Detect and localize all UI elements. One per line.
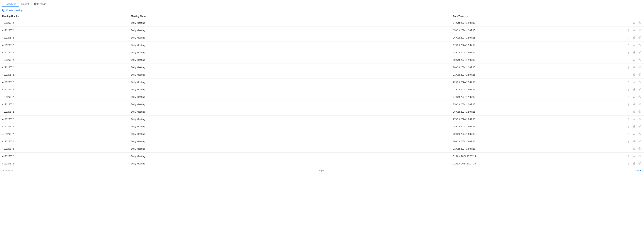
- more-options-icon[interactable]: ⋮: [626, 80, 631, 84]
- more-options-icon[interactable]: ⋮: [626, 95, 631, 99]
- edit-icon[interactable]: [632, 36, 636, 40]
- table-row: 412129672Daily Meeting24 Oct 2024 12:07:…: [0, 93, 644, 101]
- table-row: 412129672Daily Meeting17 Oct 2024 12:07:…: [0, 42, 644, 49]
- cell-datetime: 27 Oct 2024 13:07:15: [451, 116, 580, 123]
- more-options-icon[interactable]: ⋮: [626, 140, 631, 143]
- more-options-icon[interactable]: ⋮: [626, 88, 631, 92]
- edit-icon[interactable]: [632, 154, 636, 158]
- cell-meeting-name: Daily Meeting: [129, 27, 451, 34]
- delete-icon[interactable]: [638, 139, 642, 143]
- delete-icon[interactable]: [638, 132, 642, 136]
- cell-datetime: 16 Oct 2024 12:07:15: [451, 34, 580, 42]
- cell-actions: ⋮: [580, 138, 644, 145]
- cell-meeting-name: Daily Meeting: [129, 93, 451, 101]
- more-options-icon[interactable]: ⋮: [626, 43, 631, 47]
- more-options-icon[interactable]: ⋮: [626, 110, 631, 114]
- delete-icon[interactable]: [638, 117, 642, 121]
- delete-icon[interactable]: [638, 43, 642, 47]
- cell-meeting-number: 412129672: [0, 49, 129, 56]
- table-row: 412129672Daily Meeting29 Oct 2024 13:07:…: [0, 130, 644, 138]
- edit-icon[interactable]: [632, 43, 636, 47]
- cell-datetime: 25 Oct 2024 12:07:15: [451, 101, 580, 108]
- more-options-icon[interactable]: ⋮: [626, 21, 631, 25]
- more-options-icon[interactable]: ⋮: [626, 162, 631, 166]
- more-options-icon[interactable]: ⋮: [626, 51, 631, 55]
- edit-icon[interactable]: [632, 102, 636, 106]
- cell-datetime: 26 Oct 2024 12:07:15: [451, 108, 580, 116]
- create-meeting-button[interactable]: Create meeting: [2, 9, 22, 12]
- edit-icon[interactable]: [632, 51, 636, 55]
- delete-icon[interactable]: [638, 51, 642, 55]
- cell-meeting-number: 412129672: [0, 56, 129, 64]
- delete-icon[interactable]: [638, 36, 642, 40]
- more-options-icon[interactable]: ⋮: [626, 29, 631, 32]
- table-row: 412129672Daily Meeting01 Nov 2024 13:07:…: [0, 153, 644, 160]
- more-options-icon[interactable]: ⋮: [626, 103, 631, 106]
- table-row: 412129672Daily Meeting31 Oct 2024 13:07:…: [0, 145, 644, 153]
- edit-icon[interactable]: [632, 117, 636, 121]
- more-options-icon[interactable]: ⋮: [626, 66, 631, 69]
- cell-meeting-name: Daily Meeting: [129, 138, 451, 145]
- more-options-icon[interactable]: ⋮: [626, 154, 631, 158]
- more-options-icon[interactable]: ⋮: [626, 125, 631, 129]
- edit-icon[interactable]: [632, 73, 636, 77]
- cell-meeting-number: 412129672: [0, 64, 129, 71]
- edit-icon[interactable]: [632, 162, 636, 166]
- cell-meeting-name: Daily Meeting: [129, 19, 451, 27]
- tab-scheduled[interactable]: Scheduled: [2, 2, 19, 7]
- delete-icon[interactable]: [638, 73, 642, 77]
- edit-icon[interactable]: [632, 110, 636, 114]
- delete-icon[interactable]: [638, 21, 642, 25]
- delete-icon[interactable]: [638, 147, 642, 151]
- tab-date-range[interactable]: Date range: [32, 2, 49, 7]
- edit-icon[interactable]: [632, 132, 636, 136]
- cell-meeting-name: Daily Meeting: [129, 123, 451, 130]
- more-options-icon[interactable]: ⋮: [626, 73, 631, 77]
- delete-icon[interactable]: [638, 154, 642, 158]
- more-options-icon[interactable]: ⋮: [626, 132, 631, 136]
- more-options-icon[interactable]: ⋮: [626, 36, 631, 40]
- edit-icon[interactable]: [632, 28, 636, 32]
- cell-actions: ⋮: [580, 86, 644, 93]
- cell-meeting-name: Daily Meeting: [129, 108, 451, 116]
- delete-icon[interactable]: [638, 58, 642, 62]
- cell-meeting-number: 412129672: [0, 27, 129, 34]
- edit-icon[interactable]: [632, 88, 636, 92]
- tab-recent[interactable]: Recent: [19, 2, 32, 7]
- edit-icon[interactable]: [632, 80, 636, 84]
- cell-meeting-number: 412129672: [0, 79, 129, 86]
- more-options-icon[interactable]: ⋮: [626, 117, 631, 121]
- delete-icon[interactable]: [638, 95, 642, 99]
- delete-icon[interactable]: [638, 125, 642, 129]
- table-row: 412129672Daily Meeting02 Nov 2024 13:07:…: [0, 160, 644, 167]
- col-header-meeting-number: Meeting Number: [0, 14, 129, 19]
- table-row: 412129672Daily Meeting18 Oct 2024 12:07:…: [0, 49, 644, 56]
- edit-icon[interactable]: [632, 58, 636, 62]
- edit-icon[interactable]: [632, 125, 636, 129]
- edit-icon[interactable]: [632, 147, 636, 151]
- cell-meeting-name: Daily Meeting: [129, 116, 451, 123]
- delete-icon[interactable]: [638, 162, 642, 166]
- table-row: 412129672Daily Meeting19 Oct 2024 12:07:…: [0, 56, 644, 64]
- cell-datetime: 22 Oct 2024 12:07:15: [451, 79, 580, 86]
- table-row: 412129672Daily Meeting25 Oct 2024 12:07:…: [0, 101, 644, 108]
- delete-icon[interactable]: [638, 65, 642, 69]
- edit-icon[interactable]: [632, 21, 636, 25]
- cell-actions: ⋮: [580, 101, 644, 108]
- more-options-icon[interactable]: ⋮: [626, 147, 631, 151]
- delete-icon[interactable]: [638, 102, 642, 106]
- table-row: 412129672Daily Meeting22 Oct 2024 12:07:…: [0, 79, 644, 86]
- col-header-datetime[interactable]: Date/Time ▲ ▼: [451, 14, 580, 19]
- delete-icon[interactable]: [638, 88, 642, 92]
- cell-meeting-number: 412129672: [0, 160, 129, 167]
- edit-icon[interactable]: [632, 139, 636, 143]
- next-button[interactable]: next ►: [635, 169, 642, 172]
- edit-icon[interactable]: [632, 95, 636, 99]
- more-options-icon[interactable]: ⋮: [626, 58, 631, 62]
- edit-icon[interactable]: [632, 65, 636, 69]
- delete-icon[interactable]: [638, 110, 642, 114]
- delete-icon[interactable]: [638, 28, 642, 32]
- pagination-bar: ◄ previous Page 1 next ►: [0, 167, 644, 174]
- cell-actions: ⋮: [580, 160, 644, 167]
- delete-icon[interactable]: [638, 80, 642, 84]
